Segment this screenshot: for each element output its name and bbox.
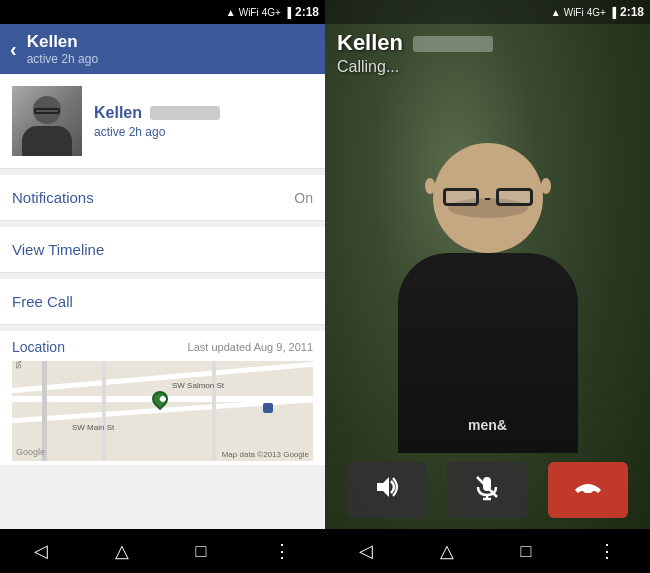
- glass-bridge: [485, 198, 491, 200]
- menu-item-freecall[interactable]: Free Call: [0, 279, 325, 325]
- timeline-label: View Timeline: [12, 241, 104, 258]
- speaker-button[interactable]: [347, 462, 427, 518]
- menu-nav-right-button[interactable]: ⋮: [582, 532, 632, 570]
- battery-icon-right: ▲: [551, 7, 561, 18]
- wifi-icon: WiFi: [239, 7, 259, 18]
- end-call-button[interactable]: [548, 462, 628, 518]
- battery2-icon-right: ▐: [609, 7, 616, 18]
- back-nav-button[interactable]: ◁: [18, 532, 64, 570]
- menu-nav-button[interactable]: ⋮: [257, 532, 307, 570]
- profile-name: Kellen: [94, 104, 220, 122]
- caller-head: [433, 143, 543, 253]
- caller-body: men&: [398, 253, 578, 453]
- battery-icon: ▐: [284, 7, 291, 18]
- recent-nav-right-button[interactable]: □: [505, 533, 548, 570]
- network-icon-right: 4G+: [587, 7, 606, 18]
- call-info: Kellen Calling...: [337, 30, 493, 76]
- call-controls: [325, 462, 650, 518]
- map-container: SW King Ave SW Salmon St SW Main St Goog…: [12, 361, 313, 461]
- profile-status: active 2h ago: [94, 125, 220, 139]
- avatar-placeholder: [12, 86, 82, 156]
- status-icons-left: ▲ WiFi 4G+ ▐: [226, 7, 291, 18]
- signal-icon: ▲: [226, 7, 236, 18]
- google-logo: Google: [16, 447, 45, 457]
- map-grid: SW King Ave SW Salmon St SW Main St: [12, 361, 313, 461]
- avatar: [12, 86, 82, 156]
- notifications-value: On: [294, 190, 313, 206]
- shirt-text: men&: [468, 417, 507, 433]
- back-nav-right-button[interactable]: ◁: [343, 532, 389, 570]
- notifications-label: Notifications: [12, 189, 94, 206]
- avatar-head: [33, 96, 61, 124]
- header-name: Kellen: [27, 32, 98, 52]
- map-attribution: Map data ©2013 Google: [222, 450, 309, 459]
- location-label: Location: [12, 339, 65, 355]
- avatar-body: [22, 126, 72, 156]
- profile-section: Kellen active 2h ago: [0, 74, 325, 169]
- network-icon: 4G+: [262, 7, 281, 18]
- end-call-icon: [572, 476, 604, 504]
- header: ‹ Kellen active 2h ago: [0, 24, 325, 74]
- mute-button[interactable]: [447, 462, 527, 518]
- profile-name-redacted: [150, 106, 220, 120]
- home-nav-button[interactable]: △: [99, 532, 145, 570]
- call-status: Calling...: [337, 58, 493, 76]
- location-header: Location Last updated Aug 9, 2011: [12, 339, 313, 355]
- location-section: Location Last updated Aug 9, 2011: [0, 331, 325, 465]
- call-name: Kellen: [337, 30, 493, 56]
- location-updated: Last updated Aug 9, 2011: [188, 341, 313, 353]
- glass-left: [443, 188, 479, 206]
- mute-icon: [473, 473, 501, 507]
- header-info: Kellen active 2h ago: [27, 32, 98, 66]
- status-bar-left: ▲ WiFi 4G+ ▐ 2:18: [0, 0, 325, 24]
- time-right: 2:18: [620, 5, 644, 19]
- status-bar-right: ▲ WiFi 4G+ ▐ 2:18: [325, 0, 650, 24]
- call-name-redacted: [413, 36, 493, 52]
- caller-glasses: [443, 188, 533, 206]
- status-icons-right: ▲ WiFi 4G+ ▐: [551, 7, 616, 18]
- signal-icon-right: WiFi: [564, 7, 584, 18]
- caller-figure: men&: [378, 143, 598, 493]
- avatar-person: [22, 96, 72, 156]
- menu-item-timeline[interactable]: View Timeline: [0, 227, 325, 273]
- bottom-nav-left: ◁ △ □ ⋮: [0, 529, 325, 573]
- bottom-nav-right: ◁ △ □ ⋮: [325, 529, 650, 573]
- freecall-label: Free Call: [12, 293, 73, 310]
- time-left: 2:18: [295, 5, 319, 19]
- glass-right: [496, 188, 532, 206]
- right-panel: men& ▲ WiFi 4G+ ▐ 2:18 Kellen Calling...: [325, 0, 650, 573]
- map-pin: [152, 391, 168, 411]
- profile-info: Kellen active 2h ago: [94, 104, 220, 139]
- left-panel: ▲ WiFi 4G+ ▐ 2:18 ‹ Kellen active 2h ago: [0, 0, 325, 573]
- svg-marker-0: [377, 477, 389, 497]
- back-button[interactable]: ‹: [10, 38, 17, 61]
- header-status: active 2h ago: [27, 52, 98, 66]
- recent-nav-button[interactable]: □: [180, 533, 223, 570]
- speaker-icon: [373, 473, 401, 507]
- home-nav-right-button[interactable]: △: [424, 532, 470, 570]
- menu-item-notifications[interactable]: Notifications On: [0, 175, 325, 221]
- avatar-glasses: [34, 108, 60, 114]
